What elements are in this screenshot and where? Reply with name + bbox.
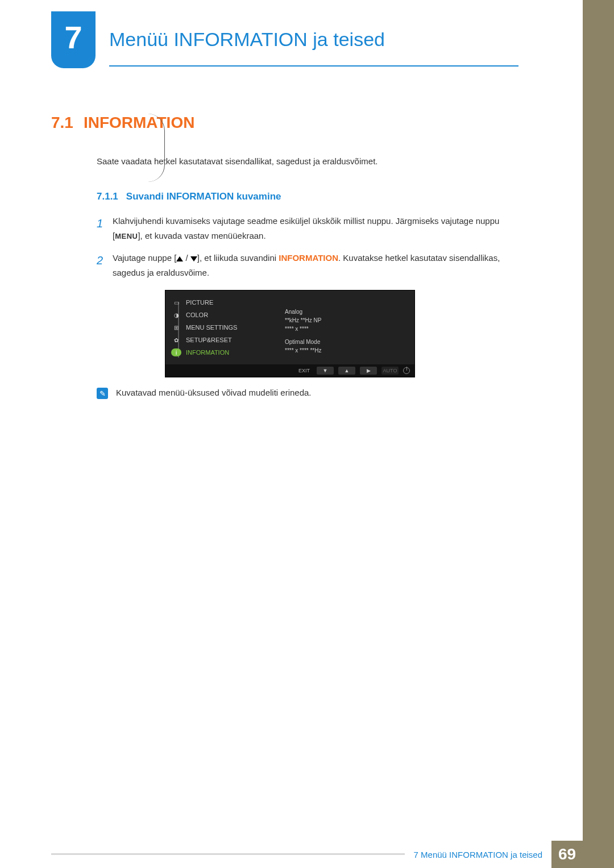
osd-info-line: Optimal Mode <box>285 338 409 346</box>
osd-item-color: ◑COLOR <box>171 309 256 321</box>
footer-chapter-ref: 7 Menüü INFORMATION ja teised <box>405 841 551 868</box>
subsection-heading: 7.1.1Suvandi INFORMATION kuvamine <box>97 191 523 202</box>
osd-label: PICTURE <box>186 299 213 306</box>
highlight-information: INFORMATION <box>279 253 338 263</box>
side-accent-bar <box>583 0 614 868</box>
osd-info-line: **kHz **Hz NP <box>285 316 409 325</box>
info-icon: i <box>171 348 181 356</box>
chapter-number-badge: 7 <box>51 11 96 68</box>
osd-down-button: ▼ <box>317 367 334 375</box>
osd-body: ▭PICTURE ◑COLOR ⊞MENU SETTINGS ✿SETUP&RE… <box>165 290 414 364</box>
osd-label: SETUP&RESET <box>186 337 232 343</box>
osd-curve <box>142 114 165 182</box>
menu-key-label: MENU <box>115 232 138 240</box>
step-number: 2 <box>97 251 113 280</box>
page-content: 7.1INFORMATION Saate vaadata hetkel kasu… <box>51 108 523 399</box>
osd-label: INFORMATION <box>186 349 229 356</box>
osd-label: COLOR <box>186 312 208 318</box>
osd-screenshot: ▭PICTURE ◑COLOR ⊞MENU SETTINGS ✿SETUP&RE… <box>165 290 415 377</box>
page-footer: 7 Menüü INFORMATION ja teised 69 <box>0 841 583 868</box>
osd-label: MENU SETTINGS <box>186 324 237 331</box>
note: ✎ Kuvatavad menüü-üksused võivad mudelit… <box>97 388 523 399</box>
arrow-up-icon <box>176 256 183 261</box>
subsection-title: Suvandi INFORMATION kuvamine <box>126 191 281 202</box>
step-list: 1 Klahvijuhendi kuvamiseks vajutage sead… <box>97 214 523 280</box>
osd-item-picture: ▭PICTURE <box>171 296 256 309</box>
section-title: INFORMATION <box>84 114 194 131</box>
picture-icon: ▭ <box>171 298 181 306</box>
step-number: 1 <box>97 214 113 243</box>
osd-info-line: Analog <box>285 308 409 316</box>
section-heading: 7.1INFORMATION <box>51 114 523 132</box>
color-icon: ◑ <box>171 311 181 319</box>
chapter-title: Menüü INFORMATION ja teised <box>109 28 518 67</box>
step-2: 2 Vajutage nuppe [ / ], et liikuda suvan… <box>97 251 523 280</box>
osd-exit-label: EXIT <box>298 368 310 373</box>
arrow-down-icon <box>190 256 197 261</box>
step-text-post: ], et kuvada vastav menüüekraan. <box>138 231 265 240</box>
step-text: Vajutage nuppe [ / ], et liikuda suvandi… <box>113 251 523 280</box>
note-text: Kuvatavad menüü-üksused võivad mudeliti … <box>116 388 312 397</box>
footer-line <box>51 853 405 868</box>
osd-footer: EXIT ▼ ▲ ▶ AUTO <box>165 364 414 377</box>
osd-item-information: iINFORMATION <box>171 346 256 359</box>
osd-item-setup-reset: ✿SETUP&RESET <box>171 334 256 346</box>
gear-icon: ✿ <box>171 336 181 344</box>
chapter-header: 7 Menüü INFORMATION ja teised <box>51 11 518 68</box>
subsection-number: 7.1.1 <box>97 191 118 202</box>
note-icon: ✎ <box>97 388 108 399</box>
step-text-mid: ], et liikuda suvandini <box>197 253 279 263</box>
page-number: 69 <box>551 841 583 868</box>
osd-enter-button: ▶ <box>360 367 377 375</box>
osd-info-panel: Analog **kHz **Hz NP **** x **** Optimal… <box>256 290 414 364</box>
step-text: Klahvijuhendi kuvamiseks vajutage seadme… <box>113 214 523 243</box>
osd-up-button: ▲ <box>338 367 355 375</box>
settings-icon: ⊞ <box>171 323 181 331</box>
osd-item-menu-settings: ⊞MENU SETTINGS <box>171 321 256 334</box>
step-1: 1 Klahvijuhendi kuvamiseks vajutage sead… <box>97 214 523 243</box>
power-icon <box>403 367 410 374</box>
osd-menu: ▭PICTURE ◑COLOR ⊞MENU SETTINGS ✿SETUP&RE… <box>165 290 256 364</box>
osd-info-line: **** x **** **Hz <box>285 346 409 355</box>
osd-info-line: **** x **** <box>285 325 409 333</box>
osd-auto-button: AUTO <box>381 367 399 375</box>
step-text-pre: Vajutage nuppe [ <box>113 253 176 263</box>
section-number: 7.1 <box>51 114 73 131</box>
